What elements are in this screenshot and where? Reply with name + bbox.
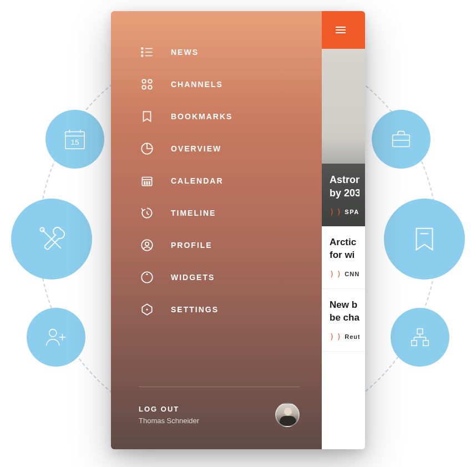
menu-item-label: WIDGETS	[171, 273, 215, 282]
svg-rect-10	[393, 135, 410, 146]
menu-item-label: NEWS	[171, 48, 199, 57]
svg-point-34	[146, 181, 148, 182]
avatar[interactable]	[275, 403, 300, 427]
feature-bubble-calendar: 15	[45, 110, 104, 169]
bookmark-icon	[139, 108, 155, 125]
drawer-footer: LOG OUT Thomas Schneider	[139, 387, 322, 449]
menu-item-label: CALENDAR	[171, 176, 224, 185]
user-name: Thomas Schneider	[139, 417, 199, 425]
menu-item-label: PROFILE	[171, 241, 212, 250]
logout-button[interactable]: LOG OUT Thomas Schneider	[139, 405, 199, 425]
source-mark-icon: ) )	[330, 270, 340, 278]
article-source: ) ) CNN	[330, 270, 359, 278]
svg-text:15: 15	[71, 138, 79, 146]
hero-title: Astron by 203	[330, 174, 359, 200]
svg-point-37	[146, 184, 148, 185]
hero-overlay: Astron by 203 ) ) SPACE	[322, 164, 365, 226]
menu-item-calendar[interactable]: CALENDAR	[139, 165, 322, 197]
feature-bubble-briefcase	[372, 110, 431, 169]
svg-rect-14	[412, 341, 417, 346]
sitemap-icon	[407, 324, 433, 350]
hamburger-icon[interactable]	[334, 23, 347, 37]
drawer-menu: NEWS CHANNELS BOOKMARKS OVERVIEW	[139, 36, 322, 387]
logout-label: LOG OUT	[139, 405, 199, 413]
menu-item-label: CHANNELS	[171, 80, 223, 89]
content-pane: Astron by 203 ) ) SPACE Arctic for wi ) …	[322, 11, 365, 449]
svg-point-22	[141, 55, 143, 57]
svg-point-35	[149, 181, 150, 182]
tools-icon	[36, 223, 68, 255]
gauge-icon	[139, 269, 155, 286]
menu-item-settings[interactable]: SETTINGS	[139, 293, 322, 326]
menu-item-bookmarks[interactable]: BOOKMARKS	[139, 100, 322, 133]
svg-point-36	[144, 184, 145, 185]
navigation-drawer: NEWS CHANNELS BOOKMARKS OVERVIEW	[111, 11, 322, 449]
article-item[interactable]: New b be cha ) ) Reute	[322, 289, 365, 352]
grid-dots-icon	[139, 76, 155, 93]
article-source: ) ) Reute	[330, 332, 359, 341]
menu-item-overview[interactable]: OVERVIEW	[139, 133, 322, 165]
menu-item-profile[interactable]: PROFILE	[139, 229, 322, 261]
menu-item-label: BOOKMARKS	[171, 112, 232, 121]
menu-item-label: OVERVIEW	[171, 144, 221, 153]
hero-source: ) ) SPACE	[330, 207, 359, 216]
user-circle-icon	[139, 237, 155, 253]
menu-item-news[interactable]: NEWS	[139, 36, 322, 68]
article-title: Arctic for wi	[330, 236, 359, 262]
menu-item-label: SETTINGS	[171, 305, 219, 314]
hexagon-icon	[139, 301, 155, 318]
svg-point-26	[142, 79, 146, 83]
svg-point-21	[141, 52, 143, 53]
svg-rect-15	[423, 341, 429, 346]
svg-point-7	[49, 329, 57, 337]
calendar-icon	[139, 172, 155, 189]
briefcase-icon	[388, 126, 414, 152]
svg-point-28	[142, 85, 146, 89]
svg-point-33	[144, 181, 145, 182]
pie-chart-icon	[139, 140, 155, 157]
svg-rect-13	[417, 329, 423, 334]
user-plus-icon	[43, 324, 69, 350]
bookmark-large-icon	[408, 223, 440, 255]
feature-bubble-add-user	[27, 308, 85, 367]
svg-point-38	[149, 184, 150, 185]
svg-point-46	[146, 308, 148, 310]
menu-item-timeline[interactable]: TIMELINE	[139, 197, 322, 229]
calendar-icon: 15	[62, 126, 88, 152]
app-header	[322, 11, 365, 49]
feature-bubble-sitemap	[391, 308, 449, 367]
svg-point-20	[141, 48, 143, 49]
phone-mockup: NEWS CHANNELS BOOKMARKS OVERVIEW	[111, 11, 365, 449]
list-icon	[139, 44, 155, 60]
article-title: New b be cha	[330, 299, 359, 324]
svg-line-40	[147, 214, 149, 215]
clock-refresh-icon	[139, 205, 155, 221]
svg-point-42	[145, 242, 149, 246]
feature-bubble-tools	[11, 199, 92, 280]
svg-point-27	[148, 79, 152, 83]
source-mark-icon: ) )	[330, 332, 340, 341]
article-item[interactable]: Arctic for wi ) ) CNN	[322, 226, 365, 289]
menu-item-label: TIMELINE	[171, 209, 216, 217]
svg-point-29	[148, 85, 152, 89]
feature-bubble-bookmark	[384, 199, 465, 280]
svg-point-44	[146, 273, 148, 275]
hero-article[interactable]: Astron by 203 ) ) SPACE	[322, 49, 365, 226]
source-mark-icon: ) )	[330, 207, 340, 216]
menu-item-widgets[interactable]: WIDGETS	[139, 261, 322, 293]
menu-item-channels[interactable]: CHANNELS	[139, 68, 322, 100]
